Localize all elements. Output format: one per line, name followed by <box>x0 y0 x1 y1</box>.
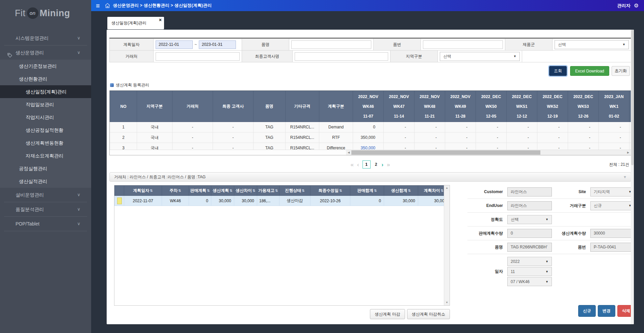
sidebar-item-prod-status[interactable]: 생산현황관리 <box>0 72 91 85</box>
sidebar-item-prod-result[interactable]: 생산실적관리 <box>0 175 91 188</box>
sidebar-item-pop-tablet[interactable]: POP/Tablet ∨ <box>0 217 91 231</box>
col-header[interactable]: 진행상태⇅ <box>279 186 311 196</box>
close-icon[interactable]: × <box>159 18 162 22</box>
col-header: 계획구분 <box>319 91 353 122</box>
sidebar-item-process-result[interactable]: 생산공정실적현황 <box>0 124 91 137</box>
item-name-input[interactable] <box>291 40 371 49</box>
accuracy-label: 정확도 <box>467 217 507 222</box>
cell: - <box>445 132 476 143</box>
tab-prod-schedule[interactable]: 생산일정(계획)관리 × <box>107 17 164 29</box>
sidebar-item-system-ops[interactable]: 시스템운영관리 ∨ <box>0 31 91 45</box>
content-area: 생산일정(계획)관리 × 계획일자 ~ 품명 품번 제품군 <box>91 11 644 333</box>
col-header[interactable]: 판매합계⇅ <box>350 186 384 196</box>
sidebar-item-process-exec[interactable]: 공정실행관리 <box>0 162 91 175</box>
sort-icon[interactable]: ⇅ <box>302 189 304 192</box>
sort-icon[interactable]: ⇅ <box>207 189 210 192</box>
sidebar-item-material-plan[interactable]: 자재소요계획관리 <box>0 149 91 162</box>
panel-scrollbar[interactable] <box>631 30 634 324</box>
col-header[interactable]: 최종수정일⇅ <box>311 186 350 196</box>
sort-icon[interactable]: ⇅ <box>275 189 278 192</box>
table-row[interactable]: 1 국내 - - TAG R154NRCL... Demand 0 - - - … <box>110 122 631 132</box>
plan-date-to-input[interactable] <box>199 40 236 49</box>
hamburger-icon[interactable]: ≡ <box>96 2 100 9</box>
page-2-button[interactable]: 2 <box>374 162 378 167</box>
panel-scrollbar-thumb[interactable] <box>631 30 634 165</box>
customer-field[interactable] <box>507 187 552 196</box>
close-plan-button[interactable]: 생산계획 마감 <box>370 309 405 319</box>
table-row[interactable]: 3 국내 - - TAG R154NRCL... Difference 350,… <box>110 143 631 150</box>
scroll-right-icon[interactable]: ▶ <box>625 150 631 155</box>
excel-download-button[interactable]: Excel Download <box>570 66 609 76</box>
reset-button[interactable]: 초기화 <box>612 66 630 76</box>
week-col-header: 2023_JANWK101-02 <box>599 91 629 122</box>
cancel-close-plan-button[interactable]: 생산계획 마감취소 <box>407 309 450 319</box>
plan-date-from-input[interactable] <box>156 40 193 49</box>
detail-item-no-field[interactable] <box>590 243 634 252</box>
sort-icon[interactable]: ⇅ <box>150 189 153 192</box>
sort-icon[interactable]: ⇅ <box>374 189 377 192</box>
value-link[interactable]: 350,000 <box>353 143 384 150</box>
gear-icon[interactable]: ⚙ <box>634 2 639 9</box>
scrollbar-track[interactable] <box>351 150 625 155</box>
home-icon[interactable] <box>105 3 110 8</box>
col-header[interactable]: 생산합계⇅ <box>384 186 418 196</box>
prod-plan-qty-field[interactable] <box>590 229 634 238</box>
vertical-scrollbar[interactable]: ▲ ▼ <box>444 185 450 305</box>
search-button[interactable]: 조회 <box>549 66 567 76</box>
customer-input[interactable] <box>156 52 240 61</box>
detail-item-name-field[interactable] <box>507 243 552 252</box>
product-group-select[interactable]: 선택 ▼ <box>555 40 629 49</box>
sort-icon[interactable]: ⇅ <box>441 189 444 192</box>
col-header[interactable]: 생산계획⇅ <box>211 186 234 196</box>
sort-icon[interactable]: ⇅ <box>408 189 411 192</box>
horizontal-scrollbar[interactable]: ◀ ▶ <box>110 150 631 155</box>
end-customer-input[interactable] <box>295 52 388 61</box>
col-header[interactable]: 가용재고⇅ <box>257 186 279 196</box>
sidebar-item-work-report[interactable]: 작업일보관리 <box>0 98 91 111</box>
col-header[interactable]: 주차⇅ <box>162 186 189 196</box>
trade-type-select[interactable]: 신규 ▼ <box>590 201 634 210</box>
scroll-up-icon[interactable]: ▲ <box>444 185 450 191</box>
sort-icon[interactable]: ⇅ <box>252 189 255 192</box>
detail-accordion-header[interactable]: 거래처 : 라인어스 / 최종고객 :라인어스 / 품명 :TAG ▼ <box>109 172 631 182</box>
cell: - <box>414 143 445 150</box>
col-header[interactable]: 판매계획⇅ <box>189 186 211 196</box>
last-page-button[interactable]: » <box>387 162 390 168</box>
sidebar-item-production-ops[interactable]: 생산운영관리 ∨ <box>0 46 91 60</box>
page-1-button[interactable]: 1 <box>363 160 371 169</box>
sidebar-item-work-order[interactable]: 작업지시관리 <box>0 111 91 124</box>
first-page-button[interactable]: « <box>351 162 354 168</box>
cell: RTF <box>319 132 353 143</box>
day-week-select[interactable]: 07 / WK46 ▼ <box>507 277 552 286</box>
cell: - <box>599 132 629 143</box>
col-header[interactable]: 계획일자⇅ <box>124 186 162 196</box>
region-select[interactable]: 선택 ▼ <box>440 52 520 61</box>
next-page-button[interactable]: › <box>381 162 383 168</box>
scroll-left-icon[interactable]: ◀ <box>346 150 351 155</box>
enduser-field[interactable] <box>507 201 552 210</box>
item-no-input[interactable] <box>423 40 503 49</box>
sidebar-item-prod-schedule[interactable]: 생산일정(계획)관리 <box>0 85 91 98</box>
sort-icon[interactable]: ⇅ <box>178 189 181 192</box>
year-select[interactable]: 2022 ▼ <box>507 257 552 266</box>
accuracy-select[interactable]: 선택 ▼ <box>507 215 552 224</box>
sidebar-item-quality[interactable]: 품질분석관리 ∨ <box>0 202 91 216</box>
sidebar-item-facility-ops[interactable]: 설비운영관리 ∨ <box>0 188 91 202</box>
modify-button[interactable]: 변경 <box>598 305 615 317</box>
sales-plan-qty-field[interactable] <box>507 229 552 238</box>
sidebar-item-plan-change[interactable]: 생산계획변동현황 <box>0 137 91 149</box>
user-name[interactable]: 관리자 <box>617 3 630 9</box>
month-select[interactable]: 11 ▼ <box>507 267 552 276</box>
prev-page-button[interactable]: ‹ <box>357 162 359 168</box>
site-select[interactable]: 기타지역 ▼ <box>590 187 634 196</box>
col-header[interactable]: 생산차이⇅ <box>234 186 257 196</box>
sidebar-item-base-info[interactable]: 생산기준정보관리 <box>0 60 91 72</box>
sort-icon[interactable]: ⇅ <box>230 189 232 192</box>
selected-row[interactable]: 2022-11-07 WK46 0 30,000 30,000 186,... … <box>115 196 450 206</box>
scrollbar-thumb[interactable] <box>351 150 540 155</box>
filter-block: 계획일자 ~ 품명 품번 제품군 선택 ▼ <box>109 38 631 62</box>
new-button[interactable]: 신규 <box>578 305 596 317</box>
sort-icon[interactable]: ⇅ <box>339 189 342 192</box>
scroll-down-icon[interactable]: ▼ <box>444 300 450 305</box>
table-row[interactable]: 2 국내 - - TAG R154NRCL... RTF 350,000 - -… <box>110 132 631 143</box>
